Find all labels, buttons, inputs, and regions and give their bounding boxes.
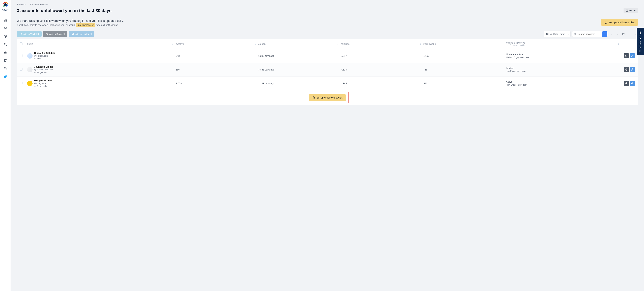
account-name[interactable]: Digital Fly Solution [34,52,56,54]
breadcrumb-root[interactable]: Followers [17,3,26,6]
row-block-button[interactable] [624,81,629,86]
nav-trash[interactable] [2,57,9,64]
cell-joined: 3.865 days ago [258,68,341,71]
cell-tweets: 1.559 [176,82,258,85]
row-link-button[interactable] [630,81,635,86]
cell-status-sub: High Engagement user [506,84,622,86]
row-link-button[interactable] [630,67,635,72]
cell-joined: 1.383 days ago [258,55,341,57]
svg-point-37 [35,72,36,73]
logo-icon [2,2,8,8]
block-icon [46,33,48,35]
add-whitelist-button[interactable]: Add to Whitelist [17,31,42,37]
sort-icon: ▲▼ [502,43,506,45]
account-handle: @digitalflysoln [34,55,56,57]
row-block-button[interactable] [624,53,629,58]
select-all-checkbox[interactable] [20,43,22,45]
svg-point-22 [4,67,6,69]
col-joined[interactable]: JOINED▲▼ [258,43,341,45]
page-prev-button[interactable]: ‹ [615,32,620,37]
account-handle: @ArafatR70632290 [34,69,53,71]
filter-icon [639,50,642,52]
page-first-button[interactable]: ⇤ [610,32,614,37]
avatar [27,53,32,59]
alert-button-label: Set up Unfollowers Alert [316,96,342,99]
nav-network[interactable] [2,25,9,32]
svg-rect-4 [6,21,6,22]
page-next-button[interactable]: › [628,32,632,37]
page-indicator: 1/ 1 [620,33,627,35]
app-logo[interactable]: TWITTER TOOL [0,2,10,12]
cell-friends: 4.328 [341,68,423,71]
block-icon [625,68,628,71]
filter-options-tab[interactable]: FILTER OPTIONS [636,28,644,55]
unfollowers-alert-link[interactable]: Unfollowers Alert [76,23,95,27]
svg-line-42 [626,83,627,84]
setup-alert-button-top[interactable]: Set up Unfollowers Alert [601,19,638,26]
nav-analytics[interactable] [2,49,9,56]
nav-dashboard[interactable] [2,17,9,24]
search-input[interactable] [578,31,600,37]
nav-users[interactable] [2,65,9,72]
pagination: ⇤ ‹ 1/ 1 › ⇥ [610,32,638,37]
col-name[interactable]: NAME▲▼ [27,43,176,45]
chevron-down-icon: ▾ [568,33,569,35]
row-block-button[interactable] [624,67,629,72]
location-icon [34,72,36,74]
sort-icon: ▲▼ [172,43,176,45]
setup-alert-button-bottom[interactable]: Set up Unfollowers Alert [309,94,346,101]
row-checkbox[interactable] [20,54,22,57]
svg-line-39 [626,69,627,70]
location-icon [34,58,36,60]
timer-icon [604,21,607,24]
nav-target[interactable] [2,33,9,40]
export-label: Export [629,9,636,12]
svg-rect-3 [4,21,5,22]
cell-joined: 1.199 days ago [258,82,341,85]
row-checkbox[interactable] [20,68,22,71]
svg-rect-2 [6,19,6,20]
logo-text: TWITTER TOOL [0,9,10,12]
account-handle: @mobybook [34,82,52,85]
sort-icon: ▲▼ [618,43,622,45]
search-submit-button[interactable] [602,31,607,37]
cell-status: Moderate Active [506,53,622,56]
shield-check-icon [20,33,22,35]
search-icon [574,33,576,35]
add-twitterlist-button[interactable]: Add to Twitterlist [69,31,94,37]
account-name[interactable]: Jeunesse Global [34,66,53,68]
link-icon [631,82,634,85]
svg-point-0 [4,3,7,6]
cell-tweets: 343 [176,55,258,57]
add-blacklist-button[interactable]: Add to Blacklist [43,31,68,37]
col-friends[interactable]: FRIENDS▲▼ [341,43,423,45]
breadcrumb: Followers › Who unfollowed me [17,3,638,6]
cell-tweets: 356 [176,68,258,71]
table-row: MobyBook.com @mobybook Surat, India 1.55… [17,77,638,90]
svg-rect-21 [4,60,6,62]
intro-line2: Check back daily to see who's unfollowed… [17,24,124,26]
col-followers[interactable]: FOLLOWERS▲▼ [424,43,506,45]
avatar [27,81,32,86]
svg-rect-20 [6,52,6,53]
col-tweets[interactable]: TWEETS▲▼ [176,43,258,45]
date-frame-select[interactable]: Select Date Frame ▾ [544,31,571,37]
nav-twitter[interactable] [2,73,9,80]
cell-status-sub: Low Engagement user [506,70,622,72]
cell-status: Inactive [506,67,622,70]
accounts-table: NAME▲▼ TWEETS▲▼ JOINED▲▼ FRIENDS▲▼ FOLLO… [17,39,638,105]
breadcrumb-sep: › [27,3,28,6]
account-name[interactable]: MobyBook.com [34,79,52,82]
svg-rect-18 [4,52,5,54]
col-active[interactable]: ACTIVE & INACTIVEUser Engagement Metrics… [506,42,622,46]
row-checkbox[interactable] [20,82,22,84]
row-link-button[interactable] [630,53,635,58]
block-icon [625,55,628,57]
svg-line-33 [576,34,576,35]
nav-search[interactable] [2,41,9,48]
arrow-right-icon [604,33,606,35]
sort-icon: ▲▼ [255,43,258,45]
export-button[interactable]: Export [624,8,638,13]
sort-icon: ▲▼ [337,43,341,45]
block-icon [625,82,628,85]
